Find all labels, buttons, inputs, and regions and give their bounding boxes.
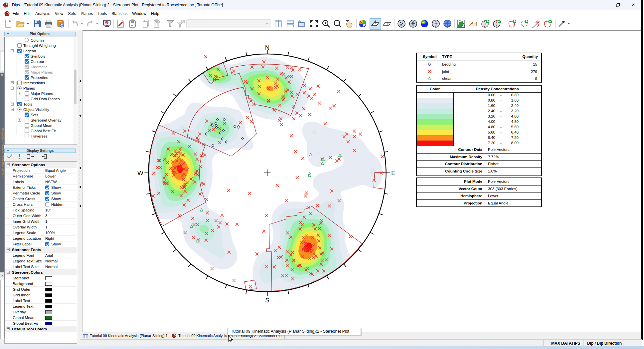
svg-text:N: N <box>265 44 270 51</box>
svg-text:S: S <box>265 297 269 304</box>
svg-text:W: W <box>137 170 143 176</box>
svg-text:E: E <box>391 170 396 176</box>
